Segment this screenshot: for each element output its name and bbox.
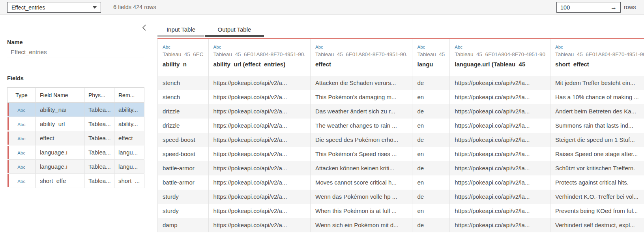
- data-cell[interactable]: https://pokeapi.co/api/v2/la...: [450, 76, 550, 90]
- data-cell[interactable]: https://pokeapi.co/api/v2/a...: [208, 104, 310, 119]
- data-cell[interactable]: de: [412, 161, 450, 175]
- data-cell[interactable]: Die speed des Pokémon erhö...: [311, 133, 412, 147]
- type-abc-icon: Abc: [7, 160, 36, 174]
- data-cell[interactable]: battle-armor: [158, 175, 209, 190]
- data-cell[interactable]: Das weather ändert sich zu r...: [311, 104, 412, 119]
- data-cell[interactable]: https://pokeapi.co/api/v2/a...: [208, 76, 310, 90]
- field-row[interactable]: Abclanguage.ıTablea...langu...: [7, 160, 144, 174]
- data-cell[interactable]: Verhindert K.O.-Treffer bei vol...: [550, 190, 644, 204]
- data-cell[interactable]: Steigert die speed um 1 Stuf...: [550, 133, 644, 147]
- data-cell[interactable]: https://pokeapi.co/api/v2/la...: [450, 218, 550, 232]
- data-cell[interactable]: https://pokeapi.co/api/v2/a...: [208, 175, 310, 190]
- apply-arrow-icon[interactable]: →: [610, 4, 617, 11]
- tab-label: Input Table: [167, 26, 195, 33]
- data-cell[interactable]: https://pokeapi.co/api/v2/la...: [450, 133, 550, 147]
- data-cell[interactable]: https://pokeapi.co/api/v2/a...: [208, 218, 310, 232]
- data-cell[interactable]: https://pokeapi.co/api/v2/la...: [450, 90, 550, 104]
- data-cell[interactable]: damp: [158, 218, 209, 232]
- data-cell[interactable]: https://pokeapi.co/api/v2/la...: [450, 119, 550, 133]
- row-limit-input[interactable]: [560, 4, 596, 11]
- data-cell[interactable]: https://pokeapi.co/api/v2/a...: [208, 147, 310, 161]
- data-cell[interactable]: https://pokeapi.co/api/v2/a...: [208, 161, 310, 175]
- data-row: stenchhttps://pokeapi.co/api/v2/a...This…: [158, 90, 644, 104]
- field-row[interactable]: Abclanguage.ıTablea...langu...: [7, 145, 144, 160]
- data-cell[interactable]: https://pokeapi.co/api/v2/la...: [450, 147, 550, 161]
- data-cell[interactable]: Schützt vor kritischen Treffern.: [550, 161, 644, 175]
- data-cell[interactable]: en: [412, 119, 450, 133]
- data-cell[interactable]: de: [412, 218, 450, 232]
- column-header[interactable]: AbcTableau_45_6E01A804-8F70-4951-90short…: [550, 39, 644, 76]
- data-cell[interactable]: speed-boost: [158, 133, 209, 147]
- data-cell[interactable]: en: [412, 147, 450, 161]
- physical-name-cell: Tablea...: [84, 145, 114, 160]
- chevron-left-icon: [142, 24, 146, 31]
- data-cell[interactable]: sturdy: [158, 204, 209, 218]
- tab-output-table[interactable]: Output Table: [205, 22, 264, 37]
- fields-header-field-name: Field Name: [36, 88, 84, 103]
- data-cell[interactable]: Wenn sich ein Pokémon mit d...: [311, 218, 412, 232]
- data-cell[interactable]: Summons rain that lasts ind...: [550, 119, 644, 133]
- data-cell[interactable]: Attacken können keinen kriti...: [311, 161, 412, 175]
- data-row: stenchhttps://pokeapi.co/api/v2/a...Atta…: [158, 76, 644, 90]
- data-cell[interactable]: Attacken die Schaden verurs...: [311, 76, 412, 90]
- data-cell[interactable]: Prevents being KOed from ful...: [550, 204, 644, 218]
- data-cell[interactable]: Protects against critical hits.: [550, 175, 644, 190]
- collapse-panel-button[interactable]: [140, 23, 148, 32]
- data-cell[interactable]: de: [412, 190, 450, 204]
- data-cell[interactable]: Raises Speed one stage after...: [550, 147, 644, 161]
- field-row[interactable]: Abcability_naıTablea...ability...: [7, 103, 144, 117]
- data-cell[interactable]: https://pokeapi.co/api/v2/a...: [208, 190, 310, 204]
- data-cell[interactable]: https://pokeapi.co/api/v2/la...: [450, 190, 550, 204]
- field-row[interactable]: AbceffectTablea...effect: [7, 131, 144, 145]
- column-header[interactable]: AbcTableau_45langu: [412, 39, 450, 76]
- field-row[interactable]: Abcshort_effeTablea...short_...: [7, 174, 144, 188]
- data-cell[interactable]: https://pokeapi.co/api/v2/la...: [450, 204, 550, 218]
- dataset-dropdown[interactable]: Effect_entries: [7, 2, 101, 13]
- data-cell[interactable]: speed-boost: [158, 147, 209, 161]
- remote-name-cell: langu...: [114, 160, 144, 174]
- fields-label: Fields: [7, 75, 24, 81]
- data-cell[interactable]: https://pokeapi.co/api/v2/la...: [450, 175, 550, 190]
- data-cell[interactable]: Wenn das Pokémon volle hp ...: [311, 190, 412, 204]
- column-header[interactable]: AbcTableau_45_6E01A804-8F70-4951-90.abil…: [208, 39, 310, 76]
- data-cell[interactable]: Verhindert self destruct, expl...: [550, 218, 644, 232]
- data-cell[interactable]: https://pokeapi.co/api/v2/la...: [450, 161, 550, 175]
- data-cell[interactable]: https://pokeapi.co/api/v2/a...: [208, 119, 310, 133]
- data-cell[interactable]: This Pokémon's damaging m...: [311, 90, 412, 104]
- tab-input-table[interactable]: Input Table: [157, 22, 204, 37]
- data-cell[interactable]: de: [412, 104, 450, 119]
- data-cell[interactable]: This Pokémon's Speed rises ...: [311, 147, 412, 161]
- data-cell[interactable]: The weather changes to rain ...: [311, 119, 412, 133]
- physical-name-cell: Tablea...: [84, 174, 114, 188]
- data-cell[interactable]: en: [412, 204, 450, 218]
- field-name-cell: ability_naı: [36, 103, 84, 117]
- type-abc-icon: Abc: [7, 174, 36, 188]
- data-cell[interactable]: When this Pokémon is at full ...: [311, 204, 412, 218]
- field-row[interactable]: Abcability_urlTablea...ability...: [7, 117, 144, 131]
- data-cell[interactable]: en: [412, 175, 450, 190]
- name-input[interactable]: [7, 46, 144, 58]
- data-cell[interactable]: Ändert beim Betreten des Ka...: [550, 104, 644, 119]
- data-cell[interactable]: https://pokeapi.co/api/v2/a...: [208, 204, 310, 218]
- top-toolbar: Effect_entries 6 fields 424 rows → rows: [0, 0, 644, 15]
- data-cell[interactable]: https://pokeapi.co/api/v2/a...: [208, 90, 310, 104]
- data-cell[interactable]: stench: [158, 76, 209, 90]
- data-cell[interactable]: de: [412, 76, 450, 90]
- column-header[interactable]: AbcTableau_45_6E01A804-8F70-4951-90langu…: [450, 39, 550, 76]
- column-header[interactable]: AbcTableau_45_6ECability_n: [158, 39, 209, 76]
- data-cell[interactable]: battle-armor: [158, 161, 209, 175]
- data-cell[interactable]: https://pokeapi.co/api/v2/la...: [450, 104, 550, 119]
- data-cell[interactable]: stench: [158, 90, 209, 104]
- data-cell[interactable]: de: [412, 133, 450, 147]
- data-cell[interactable]: https://pokeapi.co/api/v2/a...: [208, 133, 310, 147]
- tab-underline: [205, 35, 264, 37]
- column-header[interactable]: AbcTableau_45_6E01A804-8F70-4951-90.effe…: [311, 39, 412, 76]
- data-cell[interactable]: sturdy: [158, 190, 209, 204]
- data-cell[interactable]: Moves cannot score critical h...: [311, 175, 412, 190]
- output-data-table: AbcTableau_45_6ECability_nAbcTableau_45_…: [157, 38, 644, 232]
- data-cell[interactable]: en: [412, 90, 450, 104]
- data-cell[interactable]: Has a 10% chance of making ...: [550, 90, 644, 104]
- data-cell[interactable]: drizzle: [158, 104, 209, 119]
- data-cell[interactable]: drizzle: [158, 119, 209, 133]
- data-cell[interactable]: Mit jedem Treffer besteht ein...: [550, 76, 644, 90]
